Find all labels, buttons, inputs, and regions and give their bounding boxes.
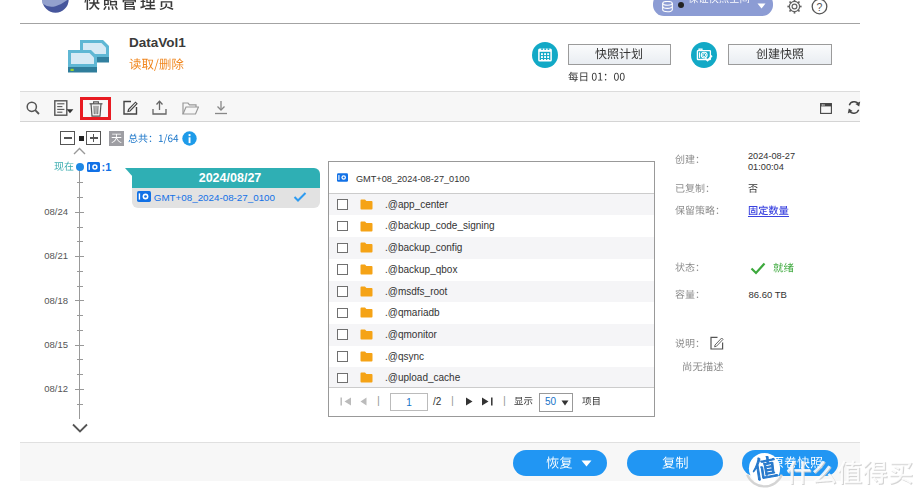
svg-text:?: ? [817, 1, 823, 13]
